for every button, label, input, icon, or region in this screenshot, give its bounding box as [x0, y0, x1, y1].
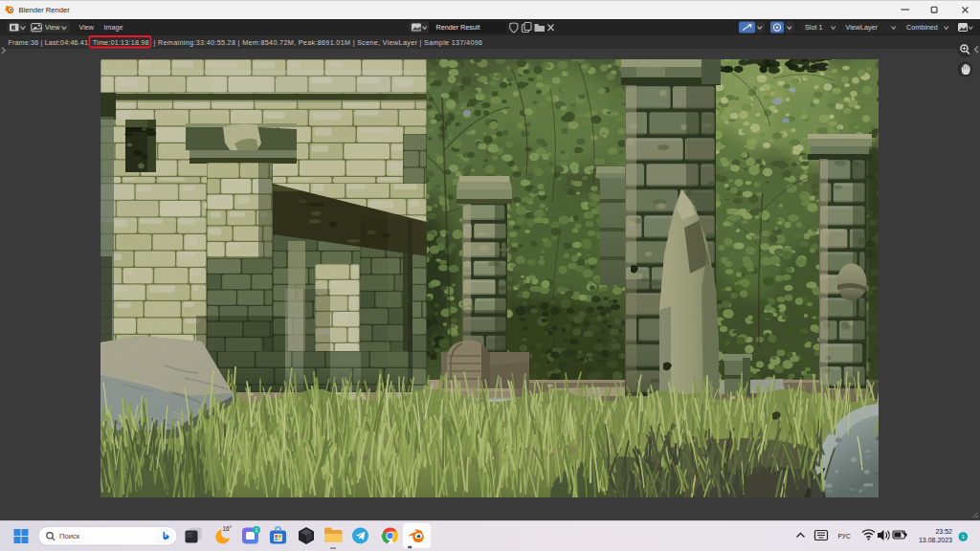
svg-text:РУС: РУС [838, 533, 851, 540]
svg-text:Slot 1: Slot 1 [805, 23, 822, 32]
svg-text:Render Result: Render Result [436, 23, 480, 32]
svg-text:1: 1 [256, 527, 258, 533]
svg-text:16°: 16° [223, 525, 233, 532]
svg-text:Combined: Combined [906, 23, 938, 32]
svg-text:View: View [79, 23, 95, 32]
svg-text:Time:01:13:18.98: Time:01:13:18.98 [93, 38, 149, 47]
svg-text:Image: Image [104, 23, 123, 32]
svg-text:Blender Render: Blender Render [19, 6, 71, 14]
svg-text:13.08.2023: 13.08.2023 [919, 537, 952, 543]
svg-text:Поиск: Поиск [59, 532, 80, 540]
svg-text:Frame:36 | Last:04:46.41: Frame:36 | Last:04:46.41 [8, 38, 88, 47]
svg-text:23:52: 23:52 [935, 528, 952, 535]
svg-text:1: 1 [962, 533, 966, 540]
svg-text:ViewLayer: ViewLayer [846, 23, 879, 32]
svg-text:| Remaining:33:40:55.28 | Mem:: | Remaining:33:40:55.28 | Mem:8540.72M, … [154, 38, 483, 47]
svg-text:View: View [45, 23, 60, 32]
